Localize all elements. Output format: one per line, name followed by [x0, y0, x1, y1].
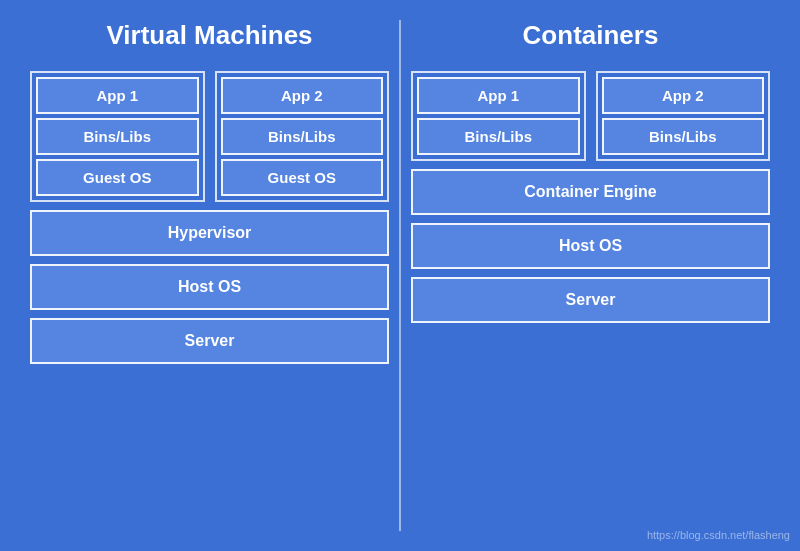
hypervisor-box: Hypervisor	[30, 210, 389, 256]
vm-apps-row: App 1 Bins/Libs Guest OS App 2 Bins/Libs…	[30, 71, 389, 202]
container-group-2: App 2 Bins/Libs	[596, 71, 771, 161]
containers-server-box: Server	[411, 277, 770, 323]
vm-boxes-area: App 1 Bins/Libs Guest OS App 2 Bins/Libs…	[30, 71, 389, 531]
vm-title: Virtual Machines	[106, 20, 312, 51]
vm2-bins: Bins/Libs	[221, 118, 384, 155]
vm-group-1: App 1 Bins/Libs Guest OS	[30, 71, 205, 202]
vm-column: Virtual Machines App 1 Bins/Libs Guest O…	[30, 20, 389, 531]
container-engine-box: Container Engine	[411, 169, 770, 215]
containers-title: Containers	[523, 20, 659, 51]
vm-group-2: App 2 Bins/Libs Guest OS	[215, 71, 390, 202]
containers-apps-row: App 1 Bins/Libs App 2 Bins/Libs	[411, 71, 770, 161]
column-divider	[399, 20, 401, 531]
c2-app: App 2	[602, 77, 765, 114]
c2-bins: Bins/Libs	[602, 118, 765, 155]
c1-bins: Bins/Libs	[417, 118, 580, 155]
vm-server-box: Server	[30, 318, 389, 364]
containers-host-os-box: Host OS	[411, 223, 770, 269]
vm2-app: App 2	[221, 77, 384, 114]
vm-host-os-box: Host OS	[30, 264, 389, 310]
watermark: https://blog.csdn.net/flasheng	[647, 529, 790, 541]
main-container: Virtual Machines App 1 Bins/Libs Guest O…	[0, 0, 800, 551]
vm1-bins: Bins/Libs	[36, 118, 199, 155]
containers-boxes-area: App 1 Bins/Libs App 2 Bins/Libs Containe…	[411, 71, 770, 531]
vm1-app: App 1	[36, 77, 199, 114]
containers-column: Containers App 1 Bins/Libs App 2 Bins/Li…	[411, 20, 770, 531]
container-group-1: App 1 Bins/Libs	[411, 71, 586, 161]
vm2-os: Guest OS	[221, 159, 384, 196]
vm1-os: Guest OS	[36, 159, 199, 196]
c1-app: App 1	[417, 77, 580, 114]
